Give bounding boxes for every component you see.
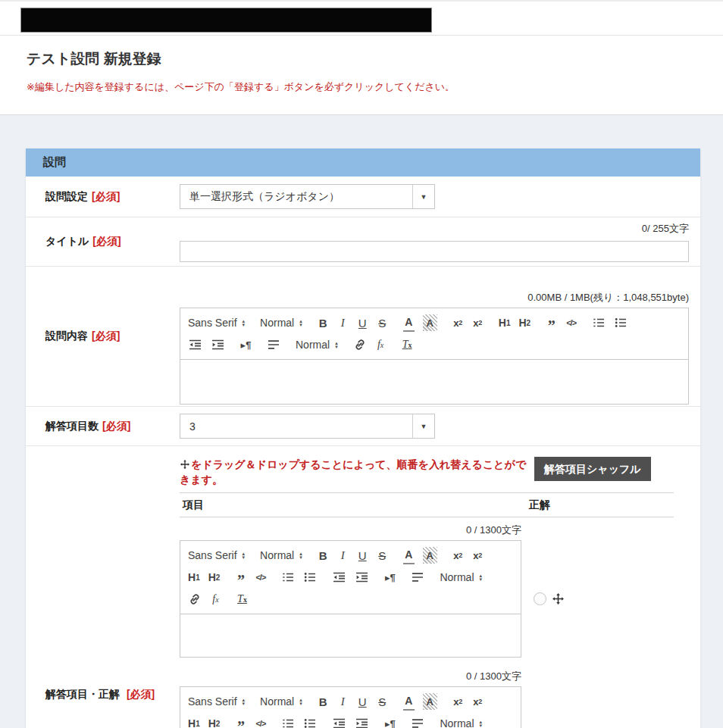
- question-content-editing-area[interactable]: [180, 360, 688, 404]
- toolbar-group-indent: [332, 714, 369, 728]
- title-input[interactable]: [180, 241, 689, 262]
- strikethrough-icon[interactable]: S: [377, 693, 388, 710]
- header1-icon[interactable]: H1: [188, 569, 200, 586]
- bullet-list-icon[interactable]: [303, 715, 317, 728]
- shuffle-answers-button[interactable]: 解答項目シャッフル: [534, 457, 651, 481]
- bold-icon[interactable]: B: [318, 314, 329, 331]
- font-picker[interactable]: Sans Serif ▴▾: [188, 547, 245, 564]
- bold-icon[interactable]: B: [318, 547, 329, 564]
- link-icon[interactable]: [353, 336, 367, 353]
- blockquote-icon[interactable]: ”: [235, 712, 246, 728]
- question-type-select[interactable]: 単一選択形式（ラジオボタン） ▼: [180, 184, 435, 209]
- heading-picker-label: Normal: [260, 549, 294, 561]
- underline-icon[interactable]: U: [357, 314, 368, 331]
- test-question-registration-page: { "page": { "title": "テスト設問 新規登録", "note…: [0, 0, 723, 728]
- code-block-icon[interactable]: </>: [255, 715, 266, 728]
- header2-icon[interactable]: H2: [208, 715, 221, 728]
- toolbar-group-align: [267, 335, 280, 355]
- background-color-icon[interactable]: A: [423, 547, 437, 564]
- text-color-icon[interactable]: A: [403, 692, 415, 711]
- answer-item: 0 / 1300文字 Sans Serif ▴▾ Normal ▴▾ B I U…: [180, 670, 674, 728]
- correct-answer-radio[interactable]: [534, 592, 546, 605]
- italic-icon[interactable]: I: [337, 693, 349, 710]
- blockquote-icon[interactable]: ”: [546, 311, 557, 334]
- align-icon[interactable]: [267, 336, 280, 353]
- content-size-counter: 0.00MB / 1MB(残り：1,048,551byte): [180, 291, 689, 305]
- required-badge: [必須]: [92, 330, 120, 343]
- drag-handle-icon[interactable]: [552, 592, 565, 605]
- indent-icon[interactable]: [355, 569, 369, 586]
- link-icon[interactable]: [188, 591, 202, 608]
- font-picker-label: Sans Serif: [188, 317, 237, 329]
- italic-icon[interactable]: I: [337, 314, 349, 331]
- header2-icon[interactable]: H2: [518, 314, 531, 331]
- toolbar-group-size: Normal ▴▾: [440, 567, 482, 587]
- formula-icon[interactable]: fx: [375, 336, 387, 353]
- size-picker[interactable]: Normal ▴▾: [440, 569, 482, 586]
- editor-toolbar: Sans Serif ▴▾ Normal ▴▾ B I U S A A x2 x…: [180, 541, 521, 614]
- underline-icon[interactable]: U: [357, 547, 368, 564]
- clear-formatting-icon[interactable]: Tx: [402, 336, 413, 353]
- text-direction-icon[interactable]: ▸¶: [384, 715, 396, 728]
- background-color-icon[interactable]: A: [423, 314, 437, 331]
- underline-icon[interactable]: U: [357, 693, 368, 710]
- text-direction-icon[interactable]: ▸¶: [384, 569, 396, 586]
- question-content-label: 設問内容[必須]: [26, 267, 180, 406]
- ordered-list-icon[interactable]: [592, 314, 606, 331]
- bullet-list-icon[interactable]: [303, 569, 317, 586]
- outdent-icon[interactable]: [332, 569, 346, 586]
- header1-icon[interactable]: H1: [499, 314, 511, 331]
- bullet-list-icon[interactable]: [614, 314, 628, 331]
- page-warning-note: ※編集した内容を登録するには、ページ下の「登録する」ボタンを必ずクリックしてくだ…: [27, 80, 455, 94]
- answer-count-select[interactable]: 3 ▼: [180, 414, 435, 439]
- superscript-icon[interactable]: x2: [472, 314, 484, 331]
- size-picker[interactable]: Normal ▴▾: [296, 336, 338, 353]
- heading-picker[interactable]: Normal ▴▾: [260, 693, 302, 710]
- size-picker[interactable]: Normal ▴▾: [440, 715, 482, 728]
- align-icon[interactable]: [411, 569, 424, 586]
- subscript-icon[interactable]: x2: [452, 314, 464, 331]
- toolbar-group-script: x2 x2: [452, 545, 484, 565]
- code-block-icon[interactable]: </>: [255, 569, 266, 586]
- blockquote-icon[interactable]: ”: [235, 566, 246, 589]
- ordered-list-icon[interactable]: [281, 715, 295, 728]
- header1-icon[interactable]: H1: [188, 715, 200, 728]
- text-color-icon[interactable]: A: [403, 314, 415, 332]
- answer-count-row: 解答項目数[必須] 3 ▼: [26, 406, 700, 445]
- column-header-item: 項目: [180, 498, 204, 512]
- toolbar-group-direction: ▸¶: [384, 714, 396, 728]
- strikethrough-icon[interactable]: S: [377, 314, 388, 331]
- updown-arrows-icon: ▴▾: [480, 720, 483, 728]
- heading-picker[interactable]: Normal ▴▾: [260, 314, 302, 331]
- formula-icon[interactable]: fx: [210, 591, 221, 608]
- font-picker[interactable]: Sans Serif ▴▾: [188, 693, 245, 710]
- strikethrough-icon[interactable]: S: [377, 547, 388, 564]
- ordered-list-icon[interactable]: [281, 569, 295, 586]
- italic-icon[interactable]: I: [337, 547, 349, 564]
- font-picker[interactable]: Sans Serif ▴▾: [188, 314, 245, 331]
- toolbar-group-insert: fx: [353, 335, 387, 355]
- align-icon[interactable]: [411, 715, 424, 728]
- question-type-selected-value: 単一選択形式（ラジオボタン）: [180, 190, 412, 204]
- superscript-icon[interactable]: x2: [472, 547, 484, 564]
- chevron-down-icon[interactable]: ▼: [412, 414, 434, 438]
- clear-formatting-icon[interactable]: Tx: [236, 591, 248, 608]
- subscript-icon[interactable]: x2: [452, 547, 464, 564]
- subscript-icon[interactable]: x2: [452, 693, 464, 710]
- text-direction-icon[interactable]: ▸¶: [240, 336, 252, 353]
- answer-item-editing-area[interactable]: [180, 614, 521, 657]
- chevron-down-icon[interactable]: ▼: [412, 185, 434, 208]
- outdent-icon[interactable]: [332, 715, 346, 728]
- text-color-icon[interactable]: A: [403, 546, 415, 564]
- toolbar-group-size: Normal ▴▾: [296, 335, 338, 355]
- indent-icon[interactable]: [355, 715, 369, 728]
- bold-icon[interactable]: B: [318, 693, 329, 710]
- heading-picker[interactable]: Normal ▴▾: [260, 547, 302, 564]
- background-color-icon[interactable]: A: [423, 693, 437, 710]
- indent-icon[interactable]: [211, 336, 225, 353]
- outdent-icon[interactable]: [188, 336, 202, 353]
- superscript-icon[interactable]: x2: [472, 693, 484, 710]
- toolbar-group-basic: B I U S: [318, 545, 388, 565]
- header2-icon[interactable]: H2: [208, 569, 221, 586]
- code-block-icon[interactable]: </>: [565, 314, 577, 331]
